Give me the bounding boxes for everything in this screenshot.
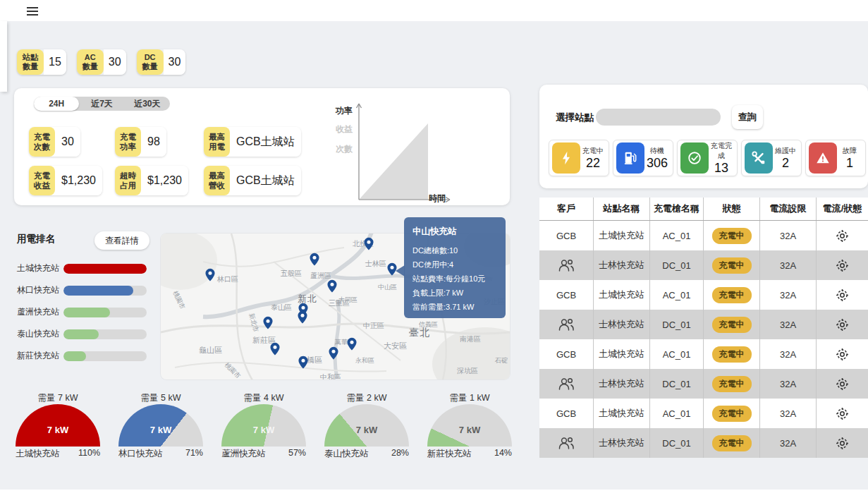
gear-icon[interactable] [835, 436, 850, 451]
gauge-center-value: 7 kW [16, 425, 100, 435]
status-count: 2 [773, 156, 798, 171]
bolt-icon [552, 142, 580, 174]
demand-gauge: 需量 7 kW7 kW土城快充站110% [16, 392, 100, 460]
badge-label: DC數量 [137, 49, 164, 75]
summary-badge: DC數量30 [137, 49, 186, 75]
overview-card: 24H近7天近30天 充電次數30充電功率98最高用電GCB土城站充電收益$1,… [14, 88, 510, 205]
settings-cell [817, 310, 868, 339]
table-row: 士林快充站DC_01充電中32A [539, 428, 868, 458]
gun-cell: AC_01 [650, 280, 704, 310]
table-header-cell: 客戶 [539, 198, 594, 220]
settings-cell [817, 399, 868, 428]
ranking-bar-track [63, 286, 147, 296]
demand-gauge: 需量 5 kW7 kW林口快充站71% [118, 392, 203, 460]
people-icon [539, 310, 594, 339]
station-cell: 士林快充站 [594, 428, 650, 458]
select-station-input[interactable] [596, 109, 721, 126]
hamburger-menu-icon[interactable] [27, 5, 41, 16]
tab-近7天[interactable]: 近7天 [79, 97, 124, 111]
status-card-5: 故障1 [805, 140, 866, 176]
table-header-cell: 電流/狀態 [817, 198, 868, 220]
people-icon [539, 428, 594, 458]
map-pin-icon[interactable] [298, 310, 308, 324]
status-card-2: 待機306 [613, 140, 673, 176]
map-district-label: 石碇 [495, 356, 508, 365]
gauge-percentage: 110% [78, 448, 100, 460]
stat-badge: 充電收益$1,230 [29, 166, 102, 195]
station-cell: 土城快充站 [594, 339, 650, 369]
chart-y-label-count: 次數 [336, 143, 353, 155]
mini-chart [331, 97, 504, 202]
limit-cell: 32A [760, 369, 817, 399]
status-pill: 充電中 [712, 228, 752, 244]
gauge-demand-label: 需量 5 kW [118, 392, 203, 404]
ranking-bar-track [63, 351, 147, 361]
map-pin-icon[interactable] [347, 337, 357, 351]
demand-gauges: 需量 7 kW7 kW土城快充站110%需量 5 kW7 kW林口快充站71%需… [16, 392, 512, 460]
demand-gauge: 需量 4 kW7 kW蘆洲快充站57% [221, 392, 306, 460]
charger-icon [616, 142, 644, 174]
status-pill: 充電中 [712, 346, 752, 363]
limit-cell: 32A [760, 399, 817, 428]
map-pin-icon[interactable] [364, 237, 374, 250]
gear-icon[interactable] [835, 406, 850, 421]
gear-icon[interactable] [835, 288, 850, 303]
gauge-demand-label: 需量 7 kW [16, 392, 100, 404]
tooltip-line: DC總槍數:10 [412, 243, 497, 257]
status-card-1: 充電中22 [549, 140, 609, 176]
limit-cell: 32A [760, 339, 817, 369]
status-cell: 充電中 [704, 221, 760, 250]
stat-value: GCB土城站 [230, 127, 301, 157]
map-pin-icon[interactable] [205, 268, 216, 281]
status-pill: 充電中 [712, 287, 752, 303]
ranking-bar-fill [63, 329, 99, 339]
map-pin-icon[interactable] [263, 316, 274, 329]
status-pill: 充電中 [712, 317, 752, 333]
map-pin-icon[interactable] [298, 356, 309, 369]
stat-badge: 最高用電GCB土城站 [204, 127, 301, 157]
station-cell: 士林快充站 [594, 369, 650, 399]
gauge-demand-label: 需量 1 kW [427, 392, 512, 404]
map-pin-icon[interactable] [270, 342, 281, 356]
query-button[interactable]: 查詢 [732, 105, 763, 129]
gun-cell: AC_01 [650, 399, 704, 428]
gear-icon[interactable] [835, 347, 850, 362]
ranking-bar-track [63, 264, 147, 274]
map-pin-icon[interactable] [310, 253, 320, 266]
status-card-4: 維護中2 [741, 140, 802, 176]
customer-cell: GCB [539, 339, 594, 369]
ranking-bar-track [63, 308, 147, 317]
stat-label: 超時占用 [115, 166, 141, 195]
tooltip-line: DC使用中:4 [412, 257, 497, 272]
tooltip-pointer [396, 265, 405, 277]
status-pill: 充電中 [712, 406, 752, 422]
table-row: GCB土城快充站AC_01充電中32A [539, 221, 868, 250]
status-cell: 充電中 [704, 250, 760, 280]
gear-icon[interactable] [835, 377, 850, 391]
gear-icon[interactable] [835, 229, 850, 243]
tooltip-line: 當前需量:3.71 kW [412, 300, 497, 314]
ranking-bar-fill [63, 308, 110, 317]
gauge-center-value: 7 kW [118, 425, 203, 435]
ranking-row: 林口快充站 [17, 279, 147, 301]
ranking-station-name: 泰山快充站 [17, 328, 63, 340]
check-circle-icon [680, 142, 709, 174]
map-pin-icon[interactable] [327, 279, 338, 293]
table-row: GCB土城快充站AC_01充電中32A [539, 280, 868, 310]
map-district-label: 五股區 [281, 269, 302, 279]
gauge-arc: 7 kW [118, 404, 203, 447]
stat-value: $1,230 [55, 166, 102, 195]
gear-icon[interactable] [835, 258, 850, 273]
gauge-percentage: 14% [494, 448, 512, 460]
gauge-percentage: 71% [185, 448, 203, 460]
stat-value: 98 [141, 127, 166, 157]
ranking-title: 用電排名 [17, 233, 55, 245]
demand-gauge: 需量 1 kW7 kW新莊快充站14% [427, 392, 512, 460]
table-header-cell: 充電槍名稱 [650, 198, 704, 220]
gear-icon[interactable] [835, 317, 850, 332]
map-pin-icon[interactable] [329, 346, 339, 360]
tab-近30天[interactable]: 近30天 [125, 97, 170, 111]
view-details-button[interactable]: 查看詳情 [94, 231, 149, 250]
tab-24H[interactable]: 24H [34, 97, 79, 111]
ranking-station-name: 蘆洲快充站 [17, 306, 63, 318]
